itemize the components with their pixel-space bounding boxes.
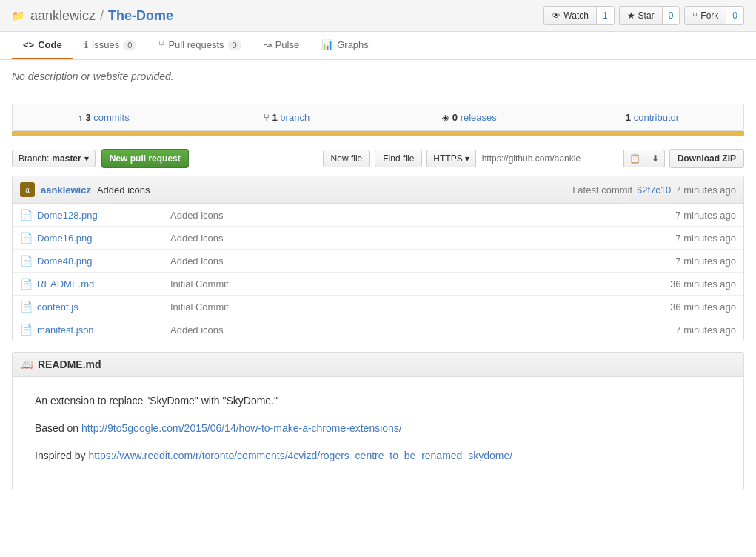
file-commit-msg: Initial Commit — [170, 301, 670, 313]
table-row: 📄 README.md Initial Commit 36 minutes ag… — [13, 273, 743, 296]
table-row: 📄 Dome128.png Added icons 7 minutes ago — [13, 204, 743, 227]
readme-paragraph-1: An extension to replace "SkyDome" with "… — [35, 392, 721, 410]
star-count[interactable]: 0 — [663, 7, 680, 24]
branch-left: Branch: master ▾ New pull request — [12, 149, 189, 168]
stat-branches[interactable]: ⑂ 1 branch — [195, 104, 378, 130]
file-name[interactable]: Dome48.png — [37, 256, 170, 267]
watch-count[interactable]: 1 — [597, 7, 614, 24]
branches-label: branch — [280, 112, 310, 123]
file-name[interactable]: README.md — [37, 278, 170, 290]
pr-badge: 0 — [228, 40, 241, 50]
graphs-icon: 📊 — [321, 39, 333, 50]
releases-link[interactable]: releases — [461, 112, 497, 123]
file-commit-msg: Added icons — [170, 256, 675, 267]
star-icon: ★ — [627, 10, 635, 21]
repo-owner[interactable]: aanklewicz — [30, 8, 96, 24]
repo-description: No description or website provided. — [0, 60, 756, 93]
desktop-icon: ⬇ — [652, 153, 659, 164]
tab-issues-label: Issues — [92, 39, 120, 50]
readme-book-icon: 📖 — [20, 358, 33, 370]
table-row: 📄 manifest.json Added icons 7 minutes ag… — [13, 318, 743, 341]
fork-count[interactable]: 0 — [726, 7, 743, 24]
table-row: 📄 content.js Initial Commit 36 minutes a… — [13, 296, 743, 318]
based-on-link[interactable]: http://9to5google.com/2015/06/14/how-to-… — [81, 422, 402, 434]
contributors-label: contributor — [634, 112, 679, 123]
branch-bar: Branch: master ▾ New pull request New fi… — [12, 141, 744, 176]
https-label: HTTPS — [433, 153, 462, 164]
inspired-link[interactable]: https://www.reddit.com/r/toronto/comment… — [88, 450, 512, 461]
https-chevron-icon: ▾ — [465, 153, 469, 164]
fork-button[interactable]: ⑂ Fork 0 — [684, 6, 744, 25]
copy-url-button[interactable]: 📋 — [624, 150, 646, 167]
file-icon: 📄 — [20, 301, 33, 313]
branches-count: 1 — [272, 112, 278, 123]
file-commit-msg: Added icons — [170, 210, 675, 221]
branch-selector[interactable]: Branch: master ▾ — [12, 150, 96, 167]
file-icon: 📄 — [20, 324, 33, 336]
star-button-main[interactable]: ★ Star — [620, 7, 663, 24]
fork-label: Fork — [700, 10, 718, 21]
latest-commit-label: Latest commit — [572, 184, 632, 196]
clone-url-group: HTTPS ▾ 📋 ⬇ — [426, 150, 664, 167]
watch-button-main[interactable]: 👁 Watch — [544, 7, 597, 24]
file-name[interactable]: content.js — [37, 301, 170, 313]
file-name[interactable]: Dome16.png — [37, 233, 170, 244]
tab-graphs[interactable]: 📊 Graphs — [310, 32, 380, 59]
stat-contributors[interactable]: 1 contributor — [561, 104, 743, 130]
new-pr-button[interactable]: New pull request — [101, 149, 189, 168]
pr-icon: ⑂ — [158, 39, 164, 50]
file-commit-msg: Added icons — [170, 324, 675, 336]
file-time: 7 minutes ago — [675, 210, 736, 221]
releases-count: 0 — [452, 112, 458, 123]
readme-title: README.md — [38, 358, 101, 370]
branches-link[interactable]: branch — [280, 112, 310, 123]
table-row: 📄 Dome16.png Added icons 7 minutes ago — [13, 227, 743, 250]
tab-pulse[interactable]: ↝ Pulse — [252, 32, 311, 59]
table-row: 📄 Dome48.png Added icons 7 minutes ago — [13, 250, 743, 273]
file-name[interactable]: Dome128.png — [37, 210, 170, 221]
open-in-desktop-button[interactable]: ⬇ — [646, 150, 665, 167]
new-file-button[interactable]: New file — [323, 150, 371, 167]
tab-issues[interactable]: ℹ Issues 0 — [73, 32, 148, 59]
avatar: a — [20, 182, 35, 197]
committer-name[interactable]: aanklewicz — [41, 184, 91, 196]
repo-main: ↑ 3 commits ⑂ 1 branch ◈ 0 releases 1 co… — [0, 104, 756, 490]
file-icon: 📄 — [20, 232, 33, 244]
contributors-count: 1 — [626, 112, 631, 123]
clone-url-input[interactable] — [476, 150, 624, 167]
tab-pulse-label: Pulse — [275, 39, 300, 50]
clipboard-icon: 📋 — [629, 153, 640, 164]
file-icon: 📄 — [20, 278, 33, 290]
file-icon: 📄 — [20, 209, 33, 221]
repo-icon: 📁 — [12, 10, 24, 21]
commits-count: 3 — [85, 112, 90, 123]
commit-sha[interactable]: 62f7c10 — [637, 184, 671, 196]
releases-icon: ◈ — [442, 112, 452, 123]
commits-link[interactable]: commits — [93, 112, 129, 123]
fork-button-main[interactable]: ⑂ Fork — [685, 7, 726, 24]
contributors-link[interactable]: contributor — [634, 112, 679, 123]
latest-commit-message: Added icons — [97, 184, 150, 196]
file-icon: 📄 — [20, 255, 33, 267]
star-label: Star — [638, 10, 655, 21]
pulse-icon: ↝ — [264, 39, 272, 50]
repo-name[interactable]: The-Dome — [108, 8, 173, 24]
stat-releases[interactable]: ◈ 0 releases — [378, 104, 561, 130]
file-table-header: a aanklewicz Added icons Latest commit 6… — [13, 176, 743, 204]
latest-commit-info: Latest commit 62f7c10 7 minutes ago — [572, 184, 736, 196]
star-button[interactable]: ★ Star 0 — [619, 6, 680, 25]
https-button[interactable]: HTTPS ▾ — [426, 150, 475, 167]
download-zip-button[interactable]: Download ZIP — [669, 149, 744, 168]
file-name[interactable]: manifest.json — [37, 324, 170, 336]
file-commit-msg: Added icons — [170, 233, 675, 244]
file-time: 36 minutes ago — [670, 301, 736, 313]
watch-button[interactable]: 👁 Watch 1 — [543, 6, 614, 25]
find-file-button[interactable]: Find file — [375, 150, 422, 167]
branches-icon: ⑂ — [264, 112, 272, 123]
stat-commits[interactable]: ↑ 3 commits — [13, 104, 195, 130]
file-time: 7 minutes ago — [675, 324, 736, 336]
readme-section: 📖 README.md An extension to replace "Sky… — [12, 352, 744, 490]
tab-pull-requests[interactable]: ⑂ Pull requests 0 — [147, 32, 252, 59]
code-icon: <> — [23, 39, 34, 50]
tab-code[interactable]: <> Code — [12, 32, 73, 59]
